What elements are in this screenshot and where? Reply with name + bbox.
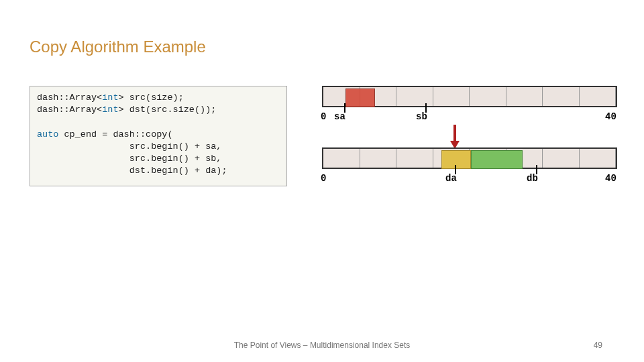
dst-highlight-yellow bbox=[441, 150, 471, 169]
array-cell bbox=[543, 149, 580, 168]
slide-title: Copy Algorithm Example bbox=[30, 38, 206, 56]
code-line: cp_end = dash::copy( bbox=[58, 129, 172, 139]
code-line: > src(size); bbox=[119, 93, 184, 103]
array-cell bbox=[580, 87, 616, 106]
array-cell bbox=[396, 149, 433, 168]
page-number: 49 bbox=[594, 341, 602, 350]
label-db: db bbox=[527, 173, 538, 184]
label-dst-0: 0 bbox=[321, 173, 326, 184]
copy-arrow-stem bbox=[453, 125, 456, 142]
array-cell bbox=[543, 87, 580, 106]
code-line: src.begin() + sb, bbox=[37, 154, 221, 164]
code-block: dash::Array<int> src(size); dash::Array<… bbox=[30, 86, 287, 186]
keyword-int: int bbox=[102, 105, 118, 115]
footer-text: The Point of Views – Multidimensional In… bbox=[0, 341, 644, 350]
array-cell bbox=[470, 87, 506, 106]
array-cell bbox=[433, 87, 470, 106]
array-cell bbox=[506, 87, 543, 106]
array-cell bbox=[323, 149, 360, 168]
array-diagram: 0 sa sb 40 0 da db 40 bbox=[322, 86, 617, 200]
keyword-int: int bbox=[102, 93, 118, 103]
label-sa: sa bbox=[334, 111, 345, 122]
src-array bbox=[322, 86, 617, 107]
label-dst-40: 40 bbox=[605, 173, 616, 184]
code-line: src.begin() + sa, bbox=[37, 141, 221, 152]
label-da: da bbox=[445, 173, 457, 184]
code-line: > dst(src.size()); bbox=[119, 105, 217, 115]
array-cell bbox=[396, 87, 433, 106]
label-src-0: 0 bbox=[321, 111, 326, 122]
code-line: dash::Array< bbox=[37, 93, 102, 103]
keyword-auto: auto bbox=[37, 129, 58, 139]
code-line: dash::Array< bbox=[37, 105, 102, 115]
label-sb: sb bbox=[416, 111, 427, 122]
array-cell bbox=[580, 149, 616, 168]
array-cell bbox=[360, 149, 397, 168]
dst-highlight-green bbox=[471, 150, 523, 169]
code-line: dst.begin() + da); bbox=[37, 166, 227, 176]
src-highlight-red bbox=[345, 88, 375, 107]
label-src-40: 40 bbox=[605, 111, 616, 122]
dst-array bbox=[322, 147, 617, 169]
